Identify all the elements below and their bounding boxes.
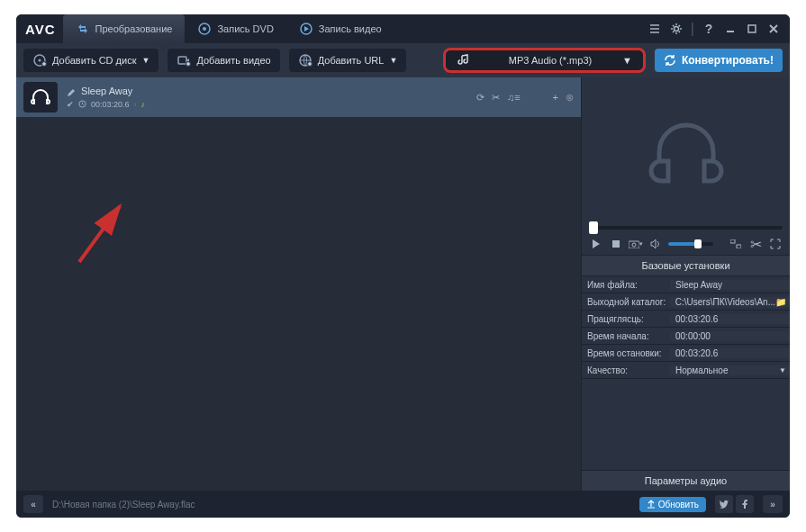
settings-row: Время начала:00:00:00 [582,328,790,345]
collapse-right-button[interactable]: » [763,495,783,513]
svg-rect-15 [629,241,639,248]
folder-icon: 📁 [775,297,786,307]
player-controls: ▾ ✂ [582,233,790,255]
button-label: Добавить видео [196,55,270,66]
tab-record[interactable]: Запись видео [286,14,394,43]
preview-area [582,77,790,226]
svg-rect-17 [730,239,735,243]
refresh-icon [664,54,676,67]
collapse-left-button[interactable]: « [23,495,43,513]
upload-icon [647,500,656,509]
row-actions: ⟳ ✂ ♫≡ + ⊗ [476,92,574,104]
headphones-icon [29,86,52,109]
titlebar: AVC Преобразование Запись DVD Запись вид… [16,14,790,43]
music-note-icon: ♪ [141,100,146,109]
add-icon[interactable]: + [553,92,558,104]
file-meta: ✔ 00:03:20.6 › ♪ [67,100,145,109]
svg-rect-18 [737,245,741,248]
dvd-icon [197,22,212,36]
button-label: Добавить CD диск [52,55,137,66]
globe-icon [298,53,312,68]
settings-row: Время остановки:00:03:20.6 [582,345,790,362]
cd-icon [32,53,47,68]
format-label: MP3 Audio (*.mp3) [491,55,610,66]
file-list-pane: Sleep Away ✔ 00:03:20.6 › ♪ ⟳ ✂ ♫≡ + [16,77,581,491]
list-icon[interactable] [648,22,662,36]
annotation-arrow [70,199,133,271]
statusbar: « D:\Новая папка (2)\Sleep Away.flac Обн… [16,491,790,518]
app-logo: AVC [25,22,56,37]
toolbar: Добавить CD диск ▼ Добавить видео Добави… [16,43,790,77]
cut-icon[interactable]: ✂ [492,92,500,104]
settings-row: Працяглясць:00:03:20.6 [582,311,790,328]
gear-icon[interactable] [669,22,684,36]
facebook-icon[interactable] [736,495,754,513]
tab-label: Запись DVD [217,23,273,34]
add-video-button[interactable]: Добавить видео [168,49,279,72]
svg-point-3 [674,27,678,32]
play-button[interactable] [589,237,603,251]
camera-icon[interactable]: ▾ [629,237,643,251]
tab-convert[interactable]: Преобразование [63,14,186,43]
video-icon [177,53,191,68]
fullscreen-icon[interactable] [768,237,783,251]
svg-rect-8 [178,57,186,64]
volume-slider[interactable] [668,242,713,246]
tab-label: Запись видео [319,23,382,34]
button-label: Добавить URL [318,55,385,66]
status-path: D:\Новая папка (2)\Sleep Away.flac [52,500,195,509]
chevron-down-icon: ▼ [142,56,150,65]
pencil-icon [67,88,76,97]
svg-rect-4 [748,25,756,32]
remove-icon[interactable]: ⊗ [566,92,574,104]
checkmark-icon: ✔ [67,100,74,109]
chevron-down-icon: ▼ [622,55,632,66]
right-pane: ▾ ✂ Базовые установки Имя файла:Sleep Aw… [581,77,790,491]
clock-icon [78,100,86,108]
chevron-down-icon: ▼ [779,366,786,374]
svg-point-6 [39,59,41,62]
volume-icon[interactable] [648,237,663,251]
chevron-down-icon: ▼ [389,56,397,65]
add-cd-button[interactable]: Добавить CD диск ▼ [23,49,158,72]
refresh-icon[interactable]: ⟳ [476,92,485,104]
convert-icon [76,22,90,36]
settings-row: Имя файла:Sleep Away [582,276,790,293]
aspect-icon[interactable] [729,237,743,251]
tab-dvd[interactable]: Запись DVD [185,14,285,43]
help-icon[interactable]: ? [702,22,716,36]
maximize-icon[interactable] [745,22,759,36]
record-icon [299,22,313,36]
audio-params-button[interactable]: Параметры аудио [582,470,790,491]
music-note-icon [457,53,471,68]
svg-line-13 [79,206,120,262]
file-thumbnail [23,82,58,113]
minimize-icon[interactable] [723,22,738,36]
duration-text: 00:03:20.6 [91,100,130,109]
slider-thumb[interactable] [589,221,598,234]
update-button[interactable]: Обновить [639,497,706,512]
close-icon[interactable] [766,22,781,36]
twitter-icon[interactable] [715,495,733,513]
scissors-icon[interactable]: ✂ [748,237,763,251]
file-info: Sleep Away ✔ 00:03:20.6 › ♪ [67,86,145,108]
file-title: Sleep Away [67,86,145,96]
main-tabs: Преобразование Запись DVD Запись видео [63,14,394,43]
svg-point-1 [203,27,206,31]
convert-button[interactable]: Конвертировать! [655,49,783,72]
settings-row: Качество:Нормальное▼ [582,362,790,379]
headphones-preview-icon [641,107,731,197]
chevron-right-icon: › [134,100,137,109]
main-area: Sleep Away ✔ 00:03:20.6 › ♪ ⟳ ✂ ♫≡ + [16,77,790,491]
add-url-button[interactable]: Добавить URL ▼ [289,49,407,72]
settings-panel: Базовые установки Имя файла:Sleep Away В… [582,255,790,491]
title-right: | ? [648,21,781,37]
svg-point-16 [632,243,636,247]
stop-button[interactable] [609,237,623,251]
playlist-icon[interactable]: ♫≡ [507,92,521,104]
app-window: AVC Преобразование Запись DVD Запись вид… [16,14,790,518]
output-format-selector[interactable]: MP3 Audio (*.mp3) ▼ [443,48,646,73]
social-icons [715,495,754,513]
seek-slider[interactable] [582,226,790,233]
file-row[interactable]: Sleep Away ✔ 00:03:20.6 › ♪ ⟳ ✂ ♫≡ + [16,77,581,117]
